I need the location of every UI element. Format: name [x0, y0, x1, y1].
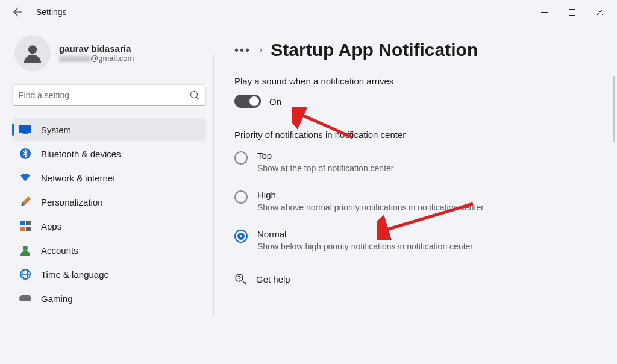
- wifi-icon: [19, 172, 31, 184]
- sidebar-item-accounts[interactable]: Accounts: [12, 239, 206, 262]
- option-title: Top: [257, 151, 393, 161]
- sidebar-item-label: Gaming: [41, 293, 73, 304]
- sidebar-item-apps[interactable]: Apps: [12, 215, 206, 237]
- search-input[interactable]: [19, 90, 190, 100]
- sidebar-item-network[interactable]: Network & internet: [12, 166, 206, 189]
- sidebar-item-label: Network & internet: [41, 173, 115, 183]
- globe-icon: [19, 268, 31, 280]
- minimize-icon: [541, 9, 548, 16]
- option-desc: Show below high priority notifications i…: [257, 242, 473, 251]
- nav: System Bluetooth & devices Network & int…: [11, 118, 213, 310]
- window-controls: [530, 2, 613, 22]
- user-text: gaurav bidasaria @gmail.com: [59, 43, 134, 63]
- content-area: ••• › Startup App Notification Play a so…: [214, 35, 617, 364]
- breadcrumb: ••• › Startup App Notification: [234, 40, 604, 60]
- svg-line-4: [196, 97, 199, 99]
- svg-rect-9: [26, 221, 31, 225]
- get-help-link[interactable]: Get help: [234, 273, 604, 285]
- priority-section-title: Priority of notifications in notificatio…: [234, 130, 604, 140]
- search-box[interactable]: [12, 84, 206, 106]
- option-desc: Show at the top of notification center: [257, 163, 393, 173]
- sidebar-item-label: Accounts: [41, 245, 78, 256]
- apps-icon: [19, 220, 31, 232]
- search-icon: [190, 90, 199, 100]
- svg-rect-11: [26, 227, 31, 231]
- sidebar: gaurav bidasaria @gmail.com System Bluet…: [11, 35, 213, 364]
- radio-icon: [234, 151, 248, 165]
- sound-toggle[interactable]: [234, 95, 261, 108]
- chevron-right-icon: ›: [259, 45, 262, 55]
- priority-option-high[interactable]: High Show above normal priority notifica…: [234, 190, 604, 212]
- sidebar-item-time-language[interactable]: Time & language: [12, 263, 206, 286]
- titlebar: Settings: [0, 0, 617, 24]
- sidebar-item-personalization[interactable]: Personalization: [12, 190, 206, 213]
- help-label: Get help: [256, 274, 290, 284]
- account-icon: [19, 244, 31, 256]
- radio-icon: [234, 190, 248, 204]
- breadcrumb-ellipsis[interactable]: •••: [234, 43, 251, 57]
- user-email: @gmail.com: [59, 54, 134, 63]
- priority-option-normal[interactable]: Normal Show below high priority notifica…: [234, 229, 604, 251]
- sidebar-item-bluetooth[interactable]: Bluetooth & devices: [12, 142, 206, 165]
- help-icon: [234, 273, 246, 285]
- svg-point-3: [191, 91, 198, 98]
- toggle-state-label: On: [269, 96, 281, 107]
- user-profile[interactable]: gaurav bidasaria @gmail.com: [14, 35, 207, 71]
- scrollbar[interactable]: [613, 76, 615, 142]
- gaming-icon: [19, 292, 31, 304]
- close-icon: [597, 9, 603, 16]
- sound-toggle-row: On: [234, 95, 604, 108]
- page-title: Startup App Notification: [271, 40, 478, 60]
- svg-rect-16: [19, 295, 31, 301]
- priority-option-top[interactable]: Top Show at the top of notification cent…: [234, 151, 604, 173]
- sidebar-item-label: Time & language: [41, 269, 109, 280]
- option-desc: Show above normal priority notifications…: [257, 202, 484, 212]
- sidebar-item-label: Apps: [41, 221, 61, 231]
- svg-rect-8: [20, 221, 25, 225]
- svg-rect-5: [19, 125, 31, 133]
- option-title: Normal: [257, 229, 473, 239]
- sidebar-item-system[interactable]: System: [12, 118, 206, 141]
- window-title: Settings: [36, 7, 67, 17]
- svg-rect-1: [569, 9, 575, 15]
- svg-point-12: [23, 246, 28, 251]
- system-icon: [19, 124, 31, 136]
- minimize-button[interactable]: [530, 2, 558, 22]
- bluetooth-icon: [19, 148, 31, 160]
- user-name: gaurav bidasaria: [59, 43, 134, 54]
- arrow-left-icon: [13, 7, 23, 17]
- back-button[interactable]: [8, 2, 28, 22]
- svg-point-18: [239, 280, 240, 281]
- svg-point-2: [28, 45, 37, 54]
- brush-icon: [19, 196, 31, 208]
- main-area: gaurav bidasaria @gmail.com System Bluet…: [0, 24, 617, 364]
- person-icon: [22, 43, 43, 63]
- option-title: High: [257, 190, 484, 200]
- sidebar-item-gaming[interactable]: Gaming: [12, 287, 206, 310]
- sidebar-item-label: Bluetooth & devices: [41, 149, 121, 159]
- radio-icon: [234, 230, 248, 243]
- sidebar-item-label: System: [41, 125, 71, 135]
- close-button[interactable]: [586, 2, 613, 22]
- sound-setting-label: Play a sound when a notification arrives: [234, 76, 604, 86]
- svg-rect-10: [20, 227, 25, 231]
- avatar: [14, 35, 51, 71]
- maximize-icon: [569, 9, 575, 16]
- svg-rect-6: [23, 133, 28, 134]
- sidebar-item-label: Personalization: [41, 197, 103, 207]
- maximize-button[interactable]: [558, 2, 586, 22]
